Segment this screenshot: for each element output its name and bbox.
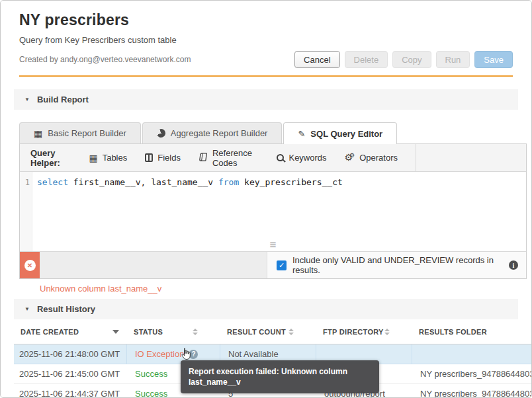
section-title: Build Report — [37, 95, 89, 104]
accent-divider — [19, 75, 513, 77]
pencil-icon: ✎ — [298, 130, 305, 138]
section-title: Result History — [37, 304, 95, 314]
validation-spacer — [40, 252, 267, 278]
table-grid-icon: ▦ — [34, 129, 42, 138]
records-filter-area: ✓ Include only VALID and UNDER_REVIEW re… — [267, 252, 526, 278]
column-header-date-created[interactable]: DATE CREATED — [14, 319, 127, 344]
search-icon — [277, 154, 284, 161]
collapse-icon: ▼ — [24, 97, 30, 102]
cursor-hand-icon — [179, 347, 193, 360]
helper-operators-button[interactable]: ⚙⚙ Operators — [345, 153, 398, 163]
cell-date: 2025-11-06 21:44:37 GMT — [14, 384, 127, 398]
error-circle-icon: ✕ — [24, 260, 36, 271]
columns-icon — [145, 153, 153, 162]
tab-label: Basic Report Builder — [48, 128, 126, 138]
cell-results-folder: NY prescribers_9478864480329 — [412, 364, 532, 383]
report-page: NY prescribers Query from Key Prescriber… — [0, 0, 532, 398]
column-header-results-folder[interactable]: RESULTS FOLDER — [412, 319, 532, 344]
validation-error-text: Unknown column last_name__v — [40, 284, 531, 294]
sql-code-input[interactable]: select first_name__v, last_name__v from … — [32, 172, 526, 251]
tab-aggregate-report-builder[interactable]: Aggregate Report Builder — [142, 122, 283, 143]
copy-button[interactable]: Copy — [392, 51, 431, 68]
helper-keywords-button[interactable]: Keywords — [277, 153, 326, 163]
validation-row: ✕ ✓ Include only VALID and UNDER_REVIEW … — [20, 251, 526, 278]
helper-fields-button[interactable]: Fields — [145, 153, 181, 163]
gears-icon: ⚙⚙ — [345, 153, 355, 163]
created-by-text: Created by andy.ong@verteo.veevanetwork.… — [19, 55, 191, 64]
valid-records-checkbox[interactable]: ✓ — [277, 260, 287, 270]
helper-item-label: Tables — [103, 153, 128, 163]
sql-editor-panel: Query Helper: ▦ Tables Fields Reference … — [19, 144, 527, 279]
error-tooltip: Report execution failed: Unknown column … — [181, 360, 379, 393]
column-header-ftp-directory[interactable]: FTP DIRECTORY — [316, 319, 412, 344]
build-report-section-header[interactable]: ▼ Build Report — [14, 89, 518, 110]
collapse-icon: ▼ — [24, 306, 30, 312]
tab-label: Aggregate Report Builder — [171, 128, 268, 138]
sort-icon[interactable] — [384, 329, 390, 335]
tab-sql-query-editor[interactable]: ✎ SQL Query Editor — [283, 122, 397, 144]
cell-date: 2025-11-06 21:48:00 GMT — [14, 344, 127, 364]
tab-basic-report-builder[interactable]: ▦ Basic Report Builder — [19, 122, 141, 143]
page-header: NY prescribers Query from Key Prescriber… — [1, 1, 531, 77]
page-subtitle: Query from Key Prescribers custom table — [19, 35, 513, 45]
query-helper-bar: Query Helper: ▦ Tables Fields Reference … — [20, 144, 526, 172]
pie-chart-icon — [155, 128, 167, 139]
page-title: NY prescribers — [19, 11, 513, 29]
sort-icon[interactable] — [288, 329, 294, 335]
table-grid-icon: ▦ — [89, 153, 97, 163]
header-actions: Cancel Delete Copy Run Save — [294, 51, 513, 68]
tab-label: SQL Query Editor — [310, 129, 382, 139]
helper-item-label: Reference Codes — [212, 148, 259, 168]
helper-item-label: Fields — [157, 153, 181, 163]
cell-results-folder: NY prescribers_9478864480329 — [412, 384, 532, 398]
save-button[interactable]: Save — [474, 51, 513, 68]
line-number: 1 — [20, 172, 32, 187]
column-header-result-count[interactable]: RESULT COUNT — [220, 319, 316, 344]
sql-code-editor: 1 select first_name__v, last_name__v fro… — [20, 172, 526, 251]
cell-results-folder — [412, 344, 532, 364]
tooltip-line: last_name__v — [189, 377, 371, 387]
helper-tables-button[interactable]: ▦ Tables — [89, 153, 127, 163]
book-icon — [198, 152, 209, 164]
resize-handle-icon[interactable]: ≡ — [270, 239, 277, 251]
report-builder-tabs: ▦ Basic Report Builder Aggregate Report … — [19, 122, 527, 144]
sort-desc-icon[interactable] — [112, 330, 119, 334]
tooltip-line: Report execution failed: Unknown column — [189, 366, 371, 377]
delete-button[interactable]: Delete — [345, 51, 388, 68]
column-header-status[interactable]: STATUS — [127, 319, 220, 344]
table-header-row: DATE CREATED STATUS RESULT COUNT FTP DIR… — [14, 319, 532, 344]
result-history-section-header[interactable]: ▼ Result History — [14, 299, 518, 319]
helper-item-label: Operators — [359, 153, 398, 163]
error-badge: ✕ — [20, 252, 40, 278]
run-button[interactable]: Run — [436, 51, 470, 68]
checkbox-label: Include only VALID and UNDER_REVIEW reco… — [292, 255, 502, 275]
editor-gutter: 1 — [20, 172, 32, 251]
cell-date: 2025-11-06 21:45:00 GMT — [14, 364, 127, 383]
helper-reference-codes-button[interactable]: Reference Codes — [199, 148, 259, 168]
cancel-button[interactable]: Cancel — [294, 51, 339, 68]
helper-item-label: Keywords — [288, 153, 326, 163]
info-icon[interactable]: i — [509, 260, 518, 270]
query-helper-label: Query Helper: — [30, 148, 73, 168]
sort-icon[interactable] — [193, 329, 198, 335]
